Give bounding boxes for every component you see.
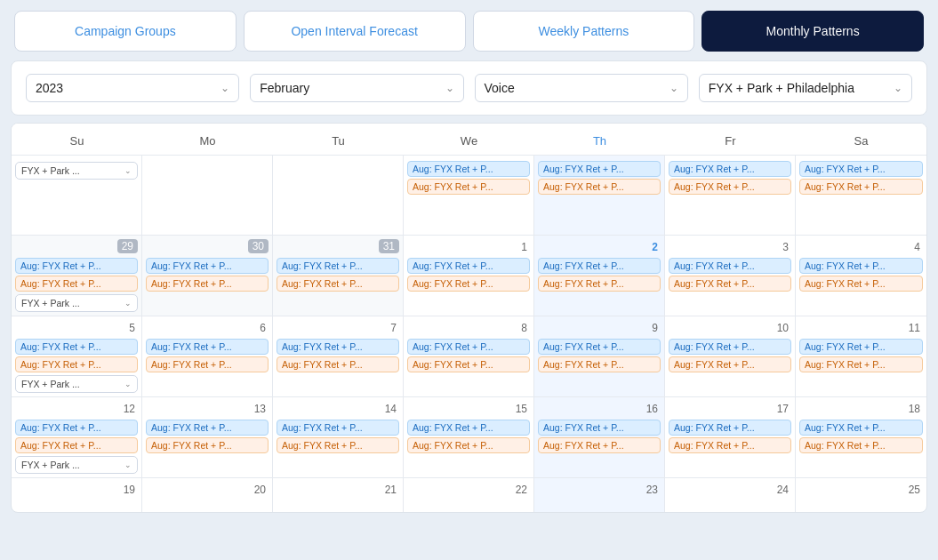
event-orange-w4-fr[interactable]: Aug: FYX Ret + P... [669, 437, 791, 453]
event-blue-w2-th[interactable]: Aug: FYX Ret + P... [538, 258, 661, 274]
event-blue-w4-th[interactable]: Aug: FYX Ret + P... [538, 420, 661, 436]
cell-w2-su: 29 Aug: FYX Ret + P... Aug: FYX Ret + P.… [12, 236, 142, 316]
cell-w5-we: 22 [404, 478, 534, 512]
event-blue-w3-fr[interactable]: Aug: FYX Ret + P... [669, 339, 791, 355]
cell-w3-th: 9 Aug: FYX Ret + P... Aug: FYX Ret + P..… [534, 316, 665, 396]
date-w5-we: 22 [516, 482, 530, 499]
dropdown-w2-su[interactable]: FYX + Park ... ⌄ [15, 294, 138, 312]
month-filter[interactable]: February ⌄ [250, 74, 463, 102]
event-orange-w4-su[interactable]: Aug: FYX Ret + P... [15, 437, 138, 453]
event-orange-w3-tu[interactable]: Aug: FYX Ret + P... [277, 356, 399, 372]
event-orange-w3-we[interactable]: Aug: FYX Ret + P... [407, 356, 530, 372]
event-orange-w3-su[interactable]: Aug: FYX Ret + P... [15, 356, 138, 372]
cell-w5-th: 23 [534, 478, 665, 512]
date-w5-su: 19 [124, 482, 138, 499]
event-blue-w4-fr[interactable]: Aug: FYX Ret + P... [669, 420, 791, 436]
calendar-week-1: FYX + Park ... ⌄ Aug: FYX Ret + P... Aug… [12, 156, 926, 236]
event-orange-w3-fr[interactable]: Aug: FYX Ret + P... [669, 356, 791, 372]
event-orange-w2-tu[interactable]: Aug: FYX Ret + P... [277, 276, 399, 292]
year-chevron-icon: ⌄ [220, 82, 229, 94]
event-blue-w4-tu[interactable]: Aug: FYX Ret + P... [277, 420, 399, 436]
cell-w1-th: Aug: FYX Ret + P... Aug: FYX Ret + P... [534, 156, 665, 235]
event-blue-w1-th[interactable]: Aug: FYX Ret + P... [538, 161, 661, 177]
cell-w4-su: 12 Aug: FYX Ret + P... Aug: FYX Ret + P.… [12, 397, 142, 477]
group-value: FYX + Park + Philadelphia [709, 81, 854, 95]
event-blue-w3-su[interactable]: Aug: FYX Ret + P... [15, 339, 138, 355]
event-orange-w1-sa[interactable]: Aug: FYX Ret + P... [799, 179, 923, 195]
event-orange-w3-mo[interactable]: Aug: FYX Ret + P... [146, 356, 269, 372]
event-orange-w2-mo[interactable]: Aug: FYX Ret + P... [146, 276, 269, 292]
event-orange-w3-th[interactable]: Aug: FYX Ret + P... [538, 356, 661, 372]
event-blue-w2-su[interactable]: Aug: FYX Ret + P... [15, 258, 138, 274]
dropdown-w1-su[interactable]: FYX + Park ... ⌄ [15, 162, 138, 180]
event-blue-w3-th[interactable]: Aug: FYX Ret + P... [538, 339, 661, 355]
tab-weekly-patterns[interactable]: Weekly Patterns [473, 11, 695, 52]
event-orange-w3-sa[interactable]: Aug: FYX Ret + P... [799, 356, 923, 372]
cell-w1-su: FYX + Park ... ⌄ [12, 156, 142, 235]
group-filter[interactable]: FYX + Park + Philadelphia ⌄ [699, 74, 912, 102]
dropdown-w3-su[interactable]: FYX + Park ... ⌄ [15, 375, 138, 393]
date-w2-fr: 3 [782, 239, 791, 256]
tab-open-interval-forecast[interactable]: Open Interval Forecast [244, 11, 466, 52]
event-orange-w1-fr[interactable]: Aug: FYX Ret + P... [669, 179, 791, 195]
event-blue-w2-fr[interactable]: Aug: FYX Ret + P... [669, 258, 791, 274]
date-w3-th: 9 [652, 320, 661, 337]
date-w2-th: 2 [652, 239, 661, 256]
cell-w3-su: 5 Aug: FYX Ret + P... Aug: FYX Ret + P..… [12, 316, 142, 396]
date-w5-mo: 20 [254, 482, 269, 499]
date-w2-tu: 31 [379, 239, 399, 253]
date-w3-tu: 7 [390, 320, 399, 337]
date-w4-tu: 14 [385, 401, 399, 418]
event-orange-w4-sa[interactable]: Aug: FYX Ret + P... [799, 437, 923, 453]
dropdown-label-w4-su: FYX + Park ... [21, 460, 80, 470]
date-w2-su: 29 [117, 239, 138, 253]
event-blue-w2-mo[interactable]: Aug: FYX Ret + P... [146, 258, 269, 274]
event-blue-w4-mo[interactable]: Aug: FYX Ret + P... [146, 420, 269, 436]
event-blue-w2-tu[interactable]: Aug: FYX Ret + P... [277, 258, 399, 274]
event-blue-w3-sa[interactable]: Aug: FYX Ret + P... [799, 339, 923, 355]
event-blue-w3-tu[interactable]: Aug: FYX Ret + P... [277, 339, 399, 355]
event-orange-w4-we[interactable]: Aug: FYX Ret + P... [407, 437, 530, 453]
year-filter[interactable]: 2023 ⌄ [26, 74, 239, 102]
event-blue-w4-sa[interactable]: Aug: FYX Ret + P... [799, 420, 923, 436]
cell-w2-tu: 31 Aug: FYX Ret + P... Aug: FYX Ret + P.… [273, 236, 404, 316]
dropdown-chevron-w4-su: ⌄ [124, 460, 132, 469]
cell-w2-th: 2 Aug: FYX Ret + P... Aug: FYX Ret + P..… [534, 236, 665, 316]
header-sa: Sa [796, 131, 926, 151]
cell-w1-we: Aug: FYX Ret + P... Aug: FYX Ret + P... [404, 156, 534, 235]
tab-monthly-patterns[interactable]: Monthly Patterns [701, 11, 924, 52]
dropdown-chevron-w2-su: ⌄ [124, 299, 132, 308]
date-w2-we: 1 [521, 239, 530, 256]
date-w4-we: 15 [516, 401, 530, 418]
event-orange-w1-th[interactable]: Aug: FYX Ret + P... [538, 179, 661, 195]
event-blue-w1-we[interactable]: Aug: FYX Ret + P... [407, 161, 530, 177]
date-w3-sa: 11 [909, 320, 923, 337]
dropdown-label-w2-su: FYX + Park ... [21, 298, 80, 308]
event-blue-w1-sa[interactable]: Aug: FYX Ret + P... [799, 161, 923, 177]
event-orange-w2-fr[interactable]: Aug: FYX Ret + P... [669, 276, 791, 292]
date-w3-mo: 6 [260, 320, 269, 337]
type-filter[interactable]: Voice ⌄ [475, 74, 688, 102]
event-orange-w4-tu[interactable]: Aug: FYX Ret + P... [277, 437, 399, 453]
event-blue-w4-su[interactable]: Aug: FYX Ret + P... [15, 420, 138, 436]
event-orange-w2-sa[interactable]: Aug: FYX Ret + P... [799, 276, 923, 292]
cell-w2-mo: 30 Aug: FYX Ret + P... Aug: FYX Ret + P.… [142, 236, 273, 316]
tab-campaign-groups[interactable]: Campaign Groups [14, 11, 237, 52]
event-blue-w2-sa[interactable]: Aug: FYX Ret + P... [799, 258, 923, 274]
event-blue-w2-we[interactable]: Aug: FYX Ret + P... [407, 258, 530, 274]
date-w4-mo: 13 [254, 401, 269, 418]
event-orange-w2-we[interactable]: Aug: FYX Ret + P... [407, 276, 530, 292]
event-blue-w1-fr[interactable]: Aug: FYX Ret + P... [669, 161, 791, 177]
cell-w1-tu [273, 156, 404, 235]
event-orange-w1-we[interactable]: Aug: FYX Ret + P... [407, 179, 530, 195]
event-blue-w3-mo[interactable]: Aug: FYX Ret + P... [146, 339, 269, 355]
event-orange-w4-th[interactable]: Aug: FYX Ret + P... [538, 437, 661, 453]
event-blue-w4-we[interactable]: Aug: FYX Ret + P... [407, 420, 530, 436]
event-orange-w2-su[interactable]: Aug: FYX Ret + P... [15, 276, 138, 292]
cell-w2-sa: 4 Aug: FYX Ret + P... Aug: FYX Ret + P..… [796, 236, 926, 316]
event-orange-w4-mo[interactable]: Aug: FYX Ret + P... [146, 437, 269, 453]
event-blue-w3-we[interactable]: Aug: FYX Ret + P... [407, 339, 530, 355]
dropdown-w4-su[interactable]: FYX + Park ... ⌄ [15, 456, 138, 474]
event-orange-w2-th[interactable]: Aug: FYX Ret + P... [538, 276, 661, 292]
cell-w3-sa: 11 Aug: FYX Ret + P... Aug: FYX Ret + P.… [796, 316, 926, 396]
